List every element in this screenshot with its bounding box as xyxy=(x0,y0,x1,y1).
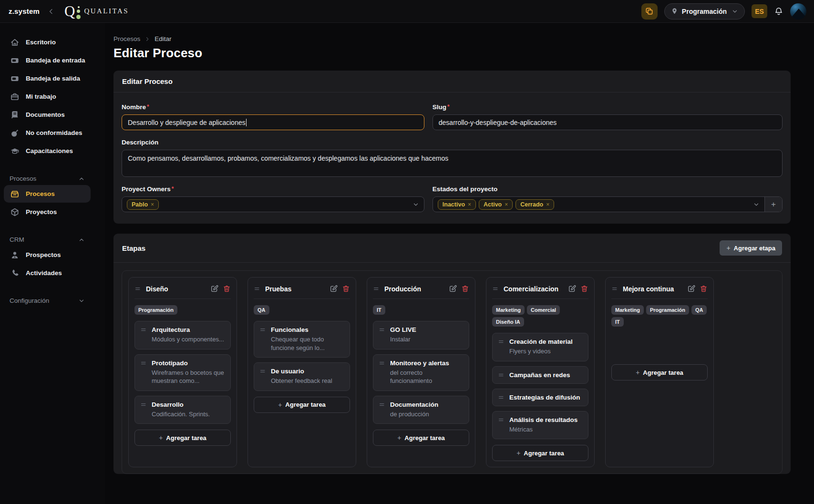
tag-chip-activo[interactable]: Activo × xyxy=(479,199,513,210)
drag-handle-icon[interactable] xyxy=(254,285,261,292)
stage-tag-diseno-ia: Diseño IA xyxy=(492,317,524,327)
stage-header: Mejora continua xyxy=(611,283,708,299)
stage-title: Producción xyxy=(384,285,444,293)
stage-tags: MarketingProgramaciónQAIT xyxy=(611,305,708,327)
drag-handle-icon[interactable] xyxy=(492,285,499,292)
drag-handle-icon[interactable] xyxy=(379,326,386,333)
sidebar-item-mi-trabajo[interactable]: Mi trabajo xyxy=(4,88,91,105)
slug-input[interactable]: desarrollo-y-despliegue-de-aplicaciones xyxy=(433,114,783,130)
drag-handle-icon[interactable] xyxy=(379,360,386,367)
sidebar-item-documentos[interactable]: Documentos xyxy=(4,106,91,123)
drag-handle-icon[interactable] xyxy=(134,285,142,292)
task-card-desarrollo[interactable]: Desarrollo Codificación. Sprints. xyxy=(134,396,231,424)
section-label: Procesos xyxy=(10,175,36,182)
tag-chip-inactivo[interactable]: Inactivo × xyxy=(438,199,476,210)
sidebar-item-proyectos[interactable]: Proyectos xyxy=(4,203,91,221)
drag-handle-icon[interactable] xyxy=(140,360,147,367)
collapse-sidebar-icon[interactable] xyxy=(47,8,55,15)
sidebar-item-prospectos[interactable]: Prospectos xyxy=(4,246,91,264)
sidebar-item-no-conformidades[interactable]: No conformidades xyxy=(4,124,91,142)
drag-handle-icon[interactable] xyxy=(498,416,505,423)
sidebar-item-procesos[interactable]: Procesos xyxy=(4,185,91,203)
drag-handle-icon[interactable] xyxy=(140,326,147,333)
drag-handle-icon[interactable] xyxy=(498,371,505,379)
add-task-button[interactable]: + Agregar tarea xyxy=(492,445,588,461)
delete-stage-icon[interactable] xyxy=(580,285,588,293)
task-card-monitoreo-y-alertas[interactable]: Monitoreo y alertas del correcto funcion… xyxy=(373,354,469,391)
sidebar-item-bandeja-de-salida[interactable]: Bandeja de salida xyxy=(4,70,91,87)
owners-field-group: Proyect Owners Pablo × xyxy=(122,185,424,212)
task-title: Desarrollo xyxy=(152,401,184,408)
plus-icon: + xyxy=(636,369,639,376)
add-task-button[interactable]: + Agregar tarea xyxy=(254,397,350,413)
task-card-prototipado[interactable]: Prototipado Wireframes o bocetos que mue… xyxy=(134,354,231,391)
notifications-bell-icon[interactable] xyxy=(774,7,783,16)
remove-chip-icon[interactable]: × xyxy=(546,201,549,208)
add-task-button[interactable]: + Agregar tarea xyxy=(373,430,469,446)
task-description: de producción xyxy=(390,410,464,419)
drag-handle-icon[interactable] xyxy=(140,401,147,408)
nombre-input[interactable]: Desarrollo y despliegue de aplicaciones xyxy=(122,114,424,130)
workspace-selector[interactable]: Programación xyxy=(664,3,745,20)
task-card-analisis-de-resultados[interactable]: Análisis de resultados Métricas xyxy=(492,411,588,440)
delete-stage-icon[interactable] xyxy=(223,285,231,293)
delete-stage-icon[interactable] xyxy=(342,285,350,293)
add-stage-button[interactable]: + Agregar etapa xyxy=(720,240,782,256)
tag-chip-cerrado[interactable]: Cerrado × xyxy=(515,199,554,210)
stage-title: Comercializacion xyxy=(504,285,564,293)
task-title: Arquitectura xyxy=(152,326,190,333)
sidebar-section-configuracion[interactable]: Configuración xyxy=(4,294,91,307)
remove-chip-icon[interactable]: × xyxy=(505,201,508,208)
logo-name: QUALITAS xyxy=(84,7,129,15)
sidebar-section-procesos[interactable]: Procesos xyxy=(4,172,91,185)
task-description: Flyers y videos xyxy=(509,347,583,356)
drag-handle-icon[interactable] xyxy=(498,338,505,345)
task-card-de-usuario[interactable]: De usuario Obtener feedback real xyxy=(254,362,350,391)
remove-chip-icon[interactable]: × xyxy=(151,201,154,208)
task-card-go-live[interactable]: GO LIVE Instalar xyxy=(373,321,469,350)
delete-stage-icon[interactable] xyxy=(461,285,469,293)
edit-stage-icon[interactable] xyxy=(210,285,218,293)
sidebar-item-bandeja-de-entrada[interactable]: Bandeja de entrada xyxy=(4,51,91,69)
sidebar-item-escritorio[interactable]: Escritorio xyxy=(4,33,91,51)
add-task-button[interactable]: + Agregar tarea xyxy=(134,430,231,446)
drag-handle-icon[interactable] xyxy=(379,401,386,408)
add-estado-button[interactable]: + xyxy=(764,197,782,212)
drag-handle-icon[interactable] xyxy=(498,394,505,401)
breadcrumb-procesos[interactable]: Procesos xyxy=(113,35,140,42)
edit-stage-icon[interactable] xyxy=(568,285,576,293)
tag-chip-pablo[interactable]: Pablo × xyxy=(127,199,159,210)
language-badge[interactable]: ES xyxy=(752,4,767,18)
add-task-button[interactable]: + Agregar tarea xyxy=(611,364,708,381)
edit-stage-icon[interactable] xyxy=(449,285,457,293)
sidebar-section-crm[interactable]: CRM xyxy=(4,233,91,246)
task-card-estrategias-de-difusion[interactable]: Estrategias de difusión xyxy=(492,389,588,406)
drag-handle-icon[interactable] xyxy=(611,285,618,292)
sidebar-item-actividades[interactable]: Actividades xyxy=(4,264,91,282)
sidebar-item-label: Capacitaciones xyxy=(26,147,73,154)
task-card-documentacion[interactable]: Documentación de producción xyxy=(373,396,469,424)
breadcrumb: Procesos Editar xyxy=(113,35,791,42)
estados-select[interactable]: Inactivo × Activo × Cerrado × + xyxy=(433,196,783,212)
owners-select[interactable]: Pablo × xyxy=(122,196,424,212)
home-icon xyxy=(10,37,20,47)
drag-handle-icon[interactable] xyxy=(259,368,267,375)
task-card-funcionales[interactable]: Funcionales Chequear que todo funcione s… xyxy=(254,321,350,358)
task-card-arquitectura[interactable]: Arquitectura Módulos y componentes... xyxy=(134,321,231,350)
copy-icon[interactable] xyxy=(641,3,658,20)
stage-column-diseno: Diseño Programación Arquitectura Módulos… xyxy=(128,277,237,467)
nombre-field-group: Nombre Desarrollo y despliegue de aplica… xyxy=(122,103,424,130)
company-logo: Q QUALITAS xyxy=(64,3,129,19)
remove-chip-icon[interactable]: × xyxy=(468,201,471,208)
edit-stage-icon[interactable] xyxy=(687,285,695,293)
drag-handle-icon[interactable] xyxy=(259,326,267,333)
sidebar-item-capacitaciones[interactable]: Capacitaciones xyxy=(4,142,91,160)
delete-stage-icon[interactable] xyxy=(700,285,708,293)
task-card-creacion-de-material[interactable]: Creación de material Flyers y videos xyxy=(492,333,588,361)
drag-handle-icon[interactable] xyxy=(373,285,380,292)
edit-stage-icon[interactable] xyxy=(330,285,338,293)
user-avatar[interactable] xyxy=(790,3,806,20)
descripcion-textarea[interactable]: Como pensamos, desarrollamos, probamos, … xyxy=(122,150,783,177)
task-card-campanas-en-redes[interactable]: Campañas en redes xyxy=(492,366,588,384)
task-description: Instalar xyxy=(390,335,464,344)
